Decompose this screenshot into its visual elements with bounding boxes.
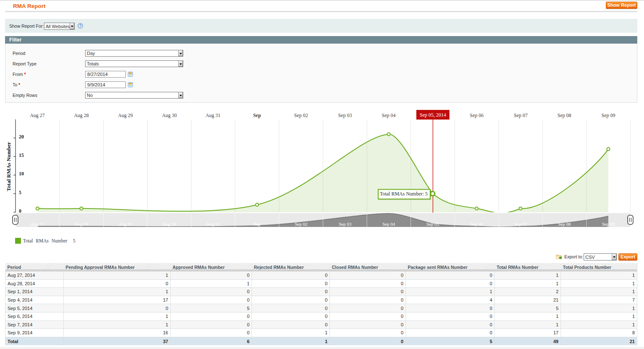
svg-text:Sep: Sep — [253, 112, 261, 118]
svg-text:Sep 06: Sep 06 — [470, 221, 483, 227]
svg-text:15: 15 — [19, 152, 24, 158]
svg-text:Aug 27: Aug 27 — [30, 112, 45, 118]
svg-text:Sep 05: Sep 05 — [426, 221, 439, 227]
svg-text:0: 0 — [19, 208, 21, 214]
svg-text:Aug 29: Aug 29 — [119, 221, 132, 227]
svg-text:Sep 02: Sep 02 — [295, 221, 307, 227]
svg-text:Sep 09: Sep 09 — [602, 112, 615, 118]
svg-text:Sep 07: Sep 07 — [514, 112, 528, 118]
svg-text:Aug 31: Aug 31 — [205, 112, 221, 118]
svg-text:Sep 06: Sep 06 — [470, 112, 484, 118]
svg-text:Sep 08: Sep 08 — [558, 221, 571, 227]
svg-text:Sep 02: Sep 02 — [294, 112, 308, 118]
svg-text:Sep 03: Sep 03 — [338, 112, 352, 118]
svg-text:Sep: Sep — [253, 221, 260, 227]
svg-text:Sep 09: Sep 09 — [602, 221, 615, 227]
svg-text:5: 5 — [19, 190, 21, 195]
svg-text:Sep 05, 2014: Sep 05, 2014 — [420, 112, 446, 118]
svg-text:20: 20 — [19, 134, 24, 140]
svg-text:Aug 27: Aug 27 — [31, 221, 44, 227]
svg-text:Total RMAs Number: Total RMAs Number — [5, 142, 12, 191]
svg-text:Sep 07: Sep 07 — [514, 221, 527, 227]
svg-text:Sep 04: Sep 04 — [382, 112, 396, 118]
svg-text:Aug 29: Aug 29 — [118, 112, 133, 118]
svg-text:Total RMAs Number: 5: Total RMAs Number: 5 — [380, 191, 428, 197]
svg-text:Aug 28: Aug 28 — [74, 112, 89, 118]
svg-text:Sep 04: Sep 04 — [382, 221, 395, 227]
svg-text:Sep 08: Sep 08 — [558, 112, 571, 118]
svg-text:Aug 28: Aug 28 — [75, 221, 88, 227]
svg-text:Aug 30: Aug 30 — [162, 112, 177, 118]
svg-text:10: 10 — [19, 171, 24, 177]
svg-text:Aug 30: Aug 30 — [163, 221, 177, 227]
svg-text:Sep 03: Sep 03 — [339, 221, 352, 227]
svg-text:Aug 31: Aug 31 — [206, 221, 220, 227]
